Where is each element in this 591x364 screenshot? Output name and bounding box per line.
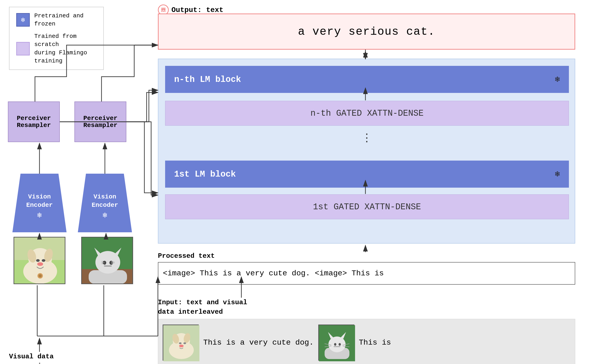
image-cat-large (81, 237, 133, 284)
xattn-block-bottom: 1st GATED XATTN-DENSE (165, 195, 569, 219)
svg-point-14 (338, 343, 341, 346)
svg-rect-37 (101, 262, 104, 263)
svg-point-24 (37, 262, 43, 266)
legend-box: ❄ Pretrained and frozen Trained from scr… (9, 7, 104, 70)
output-text: a very serious cat. (298, 25, 435, 38)
vision-encoder-2-label: Vision Encoder (91, 193, 118, 209)
svg-point-26 (39, 274, 42, 277)
input-image-cat (318, 325, 354, 361)
svg-point-23 (42, 259, 45, 262)
main-container: ❄ Pretrained and frozen Trained from scr… (0, 0, 591, 364)
processed-text-content: <image> This is a very cute dog. <image>… (163, 269, 384, 278)
lm-block-bottom: 1st LM block ❄ (165, 161, 569, 188)
input-image-dog (163, 325, 199, 361)
xattn-bottom-label: 1st GATED XATTN-DENSE (313, 202, 421, 212)
legend-frozen-label: Pretrained and frozen (34, 12, 97, 28)
svg-rect-35 (104, 266, 112, 266)
lm-block-bottom-frozen: ❄ (555, 169, 560, 179)
perceiver-1-label: Perceiver Resampler (17, 115, 51, 129)
svg-rect-15 (334, 346, 340, 347)
input-box: This is a very cute dog. This is (158, 319, 575, 364)
xattn-top-label: n-th GATED XATTN-DENSE (310, 109, 424, 118)
legend-frozen-icon: ❄ (16, 13, 30, 27)
svg-rect-40 (111, 262, 115, 263)
input-section: Input: text and visual data interleaved … (158, 298, 575, 364)
input-text-1: This is a very cute dog. (203, 338, 314, 347)
perceiver-2-label: Perceiver Resampler (83, 115, 117, 129)
legend-trained-label: Trained from scratch during Flamingo tra… (34, 32, 97, 65)
svg-point-13 (334, 343, 336, 346)
image-dog-large (13, 237, 65, 284)
legend-item-frozen: ❄ Pretrained and frozen (16, 12, 97, 28)
legend-item-trained: Trained from scratch during Flamingo tra… (16, 32, 97, 65)
lm-container: n-th LM block ❄ n-th GATED XATTN-DENSE ⋮… (158, 59, 575, 244)
lm-block-top: n-th LM block ❄ (165, 66, 569, 93)
vision-encoder-1-label: Vision Encoder (26, 193, 53, 209)
svg-point-5 (179, 342, 182, 344)
dots: ⋮ (361, 131, 372, 144)
output-box: a very serious cat. (158, 13, 575, 50)
vision-encoder-1-frozen: ❄ (37, 210, 42, 220)
vision-encoder-2: Vision Encoder ❄ (78, 174, 132, 232)
lm-block-bottom-label: 1st LM block (174, 169, 236, 179)
svg-point-22 (36, 259, 40, 262)
vision-encoder-1: Vision Encoder ❄ (13, 174, 66, 232)
svg-point-7 (179, 344, 184, 347)
svg-point-6 (183, 342, 186, 344)
processed-text-section: Processed text <image> This is a very cu… (158, 252, 575, 285)
perceiver-resampler-2: Perceiver Resampler (74, 102, 126, 142)
lm-block-top-label: n-th LM block (174, 75, 241, 84)
processed-text-box: <image> This is a very cute dog. <image>… (158, 262, 575, 285)
legend-trained-icon (16, 42, 30, 55)
perceiver-resampler-1: Perceiver Resampler (8, 102, 60, 142)
vision-encoder-2-frozen: ❄ (103, 210, 107, 220)
lm-block-top-frozen: ❄ (555, 74, 560, 84)
svg-point-10 (328, 337, 346, 352)
xattn-block-top: n-th GATED XATTN-DENSE (165, 101, 569, 126)
processed-text-label: Processed text (158, 252, 575, 260)
visual-data-label: Visual data processing (9, 352, 54, 364)
input-text-2: This is (359, 338, 391, 347)
input-label: Input: text and visual data interleaved (158, 298, 575, 317)
